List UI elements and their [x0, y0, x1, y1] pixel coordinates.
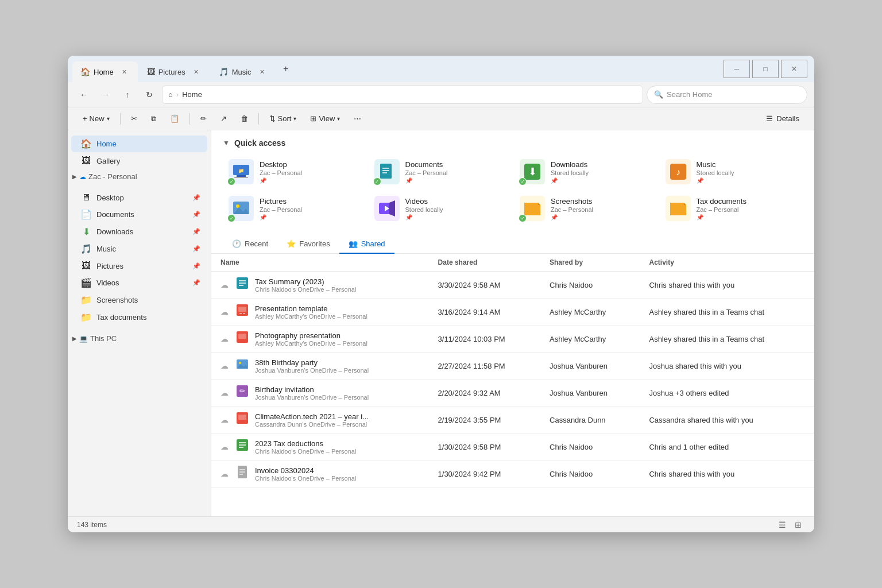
- minimize-button[interactable]: ─: [724, 60, 750, 78]
- sidebar-item-documents[interactable]: 📄 Documents 📌: [71, 206, 207, 223]
- file-name: Tax Summary (2023): [255, 277, 356, 286]
- col-name[interactable]: Name: [211, 254, 429, 272]
- file-type-icon: [234, 357, 250, 374]
- table-row[interactable]: ☁ ✏ Birthday invitation Joshua Vanburen'…: [211, 380, 814, 407]
- table-row[interactable]: ☁ Invoice 03302024 Chris Naidoo's OneDri…: [211, 461, 814, 488]
- sidebar-item-screenshots[interactable]: 📁 Screenshots: [71, 292, 207, 308]
- sidebar-group-this-pc[interactable]: ▶ 💻 This PC: [68, 332, 211, 345]
- address-separator: ›: [176, 90, 179, 99]
- refresh-button[interactable]: ↻: [140, 86, 158, 104]
- search-bar[interactable]: 🔍 Search Home: [647, 86, 807, 104]
- table-row[interactable]: ☁ 38th Birthday party Joshua Vanburen's …: [211, 353, 814, 380]
- qa-item-downloads[interactable]: ⬇ ✓ Downloads Stored locally 📌: [514, 154, 657, 189]
- sidebar-item-videos[interactable]: 🎬 Videos 📌: [71, 274, 207, 291]
- pin-icon-dl: 📌: [192, 228, 200, 235]
- sidebar-item-home[interactable]: 🏠 Home: [71, 136, 207, 152]
- date-shared: 2/20/2024 9:32 AM: [429, 380, 540, 407]
- qa-item-music[interactable]: ♪ Music Stored locally 📌: [660, 154, 803, 189]
- sidebar-item-pictures[interactable]: 🖼 Pictures 📌: [71, 258, 207, 274]
- shared-by: Ashley McCarthy: [540, 299, 640, 326]
- qa-item-pictures[interactable]: ✓ Pictures Zac – Personal 📌: [223, 191, 366, 226]
- tab-favorites[interactable]: ⭐ Favorites: [277, 235, 339, 254]
- downloads-icon: ⬇: [80, 226, 92, 237]
- share-icon: ↗: [220, 114, 227, 123]
- share-button[interactable]: ↗: [215, 112, 233, 125]
- maximize-button[interactable]: □: [752, 60, 779, 78]
- address-bar[interactable]: ⌂ › Home: [162, 86, 643, 104]
- section-tabs: 🕐 Recent ⭐ Favorites 👥 Shared: [211, 235, 814, 254]
- sidebar-group-zac[interactable]: ▶ ☁ Zac - Personal: [68, 170, 211, 183]
- new-tab-button[interactable]: +: [277, 60, 295, 78]
- paste-button[interactable]: 📋: [164, 112, 185, 125]
- tab-home[interactable]: 🏠 Home ✕: [72, 61, 138, 82]
- new-button[interactable]: + New ▾: [77, 112, 115, 125]
- sidebar-item-downloads[interactable]: ⬇ Downloads 📌: [71, 223, 207, 240]
- sidebar-item-music[interactable]: 🎵 Music 📌: [71, 241, 207, 257]
- sidebar-pictures-label: Pictures: [96, 262, 188, 270]
- qa-documents-name: Documents: [405, 160, 506, 169]
- file-name: Birthday invitation: [255, 385, 369, 394]
- cut-button[interactable]: ✂: [125, 112, 143, 125]
- view-button[interactable]: ⊞ View ▾: [304, 112, 346, 125]
- table-row[interactable]: ☁ 2023 Tax deductions Chris Naidoo's One…: [211, 434, 814, 461]
- qa-item-desktop[interactable]: 📁 ✓ Desktop Zac – Personal 📌: [223, 154, 366, 189]
- delete-icon: 🗑: [241, 114, 248, 123]
- sidebar-item-gallery[interactable]: 🖼 Gallery: [71, 153, 207, 169]
- tab-music-close[interactable]: ✕: [257, 67, 268, 77]
- up-button[interactable]: ↑: [118, 86, 137, 104]
- documents-icon: 📄: [80, 209, 92, 220]
- activity: Joshua shared this with you: [640, 353, 814, 380]
- tab-pictures-close[interactable]: ✕: [191, 67, 202, 77]
- qa-downloads-sub: Stored locally: [551, 169, 652, 176]
- tab-pictures[interactable]: 🖼 Pictures ✕: [139, 61, 210, 82]
- address-current: Home: [182, 90, 202, 99]
- tabs-nav: 🕐 Recent ⭐ Favorites 👥 Shared: [223, 235, 803, 253]
- paste-icon: 📋: [170, 114, 179, 123]
- tab-shared[interactable]: 👥 Shared: [339, 235, 394, 254]
- qa-item-videos[interactable]: Videos Stored locally 📌: [369, 191, 512, 226]
- list-view-button[interactable]: ☰: [775, 518, 789, 532]
- copy-button[interactable]: ⧉: [145, 112, 162, 126]
- table-row[interactable]: ☁ ClimateAction.tech 2021 – year i... Ca…: [211, 407, 814, 434]
- sort-button[interactable]: ⇅ Sort ▾: [264, 112, 303, 125]
- date-shared: 1/30/2024 9:58 PM: [429, 434, 540, 461]
- svg-rect-5: [380, 164, 392, 179]
- qa-item-screenshots[interactable]: ✓ Screenshots Zac – Personal 📌: [514, 191, 657, 226]
- tab-home-close[interactable]: ✕: [119, 67, 130, 77]
- qa-item-tax-documents[interactable]: Tax documents Zac – Personal 📌: [660, 191, 803, 226]
- qa-videos-sub: Stored locally: [405, 206, 506, 213]
- sidebar-item-desktop[interactable]: 🖥 Desktop 📌: [71, 189, 207, 206]
- rename-button[interactable]: ✏: [195, 112, 212, 125]
- search-icon: 🔍: [654, 90, 663, 99]
- more-button[interactable]: ⋯: [348, 112, 367, 125]
- tab-recent[interactable]: 🕐 Recent: [223, 235, 277, 254]
- sidebar-videos-label: Videos: [96, 278, 188, 287]
- separator-2: [189, 113, 190, 125]
- table-row[interactable]: ☁ Photography presentation Ashley McCart…: [211, 326, 814, 353]
- back-button[interactable]: ←: [75, 86, 93, 104]
- forward-button[interactable]: →: [96, 86, 115, 104]
- tab-music-label: Music: [232, 68, 252, 76]
- svg-rect-30: [243, 313, 245, 314]
- activity: Joshua +3 others edited: [640, 380, 814, 407]
- file-source: Chris Naidoo's OneDrive – Personal: [255, 286, 356, 293]
- sync-check-documents: ✓: [373, 177, 381, 185]
- details-button[interactable]: ☰ Details: [760, 112, 805, 125]
- col-activity[interactable]: Activity: [640, 254, 814, 272]
- delete-button[interactable]: 🗑: [235, 112, 254, 125]
- close-button[interactable]: ✕: [781, 60, 807, 78]
- cloud-sync-icon: ☁: [220, 442, 230, 451]
- gallery-icon: 🖼: [80, 156, 92, 166]
- star-icon: ⭐: [287, 239, 296, 248]
- quick-access-header[interactable]: ▼ Quick access: [211, 130, 814, 152]
- tab-music[interactable]: 🎵 Music ✕: [211, 61, 276, 82]
- sidebar: 🏠 Home 🖼 Gallery ▶ ☁ Zac - Personal 🖥 De…: [68, 130, 211, 516]
- qa-documents-sub: Zac – Personal: [405, 169, 506, 176]
- table-row[interactable]: ☁ Presentation template Ashley McCarthy'…: [211, 299, 814, 326]
- sidebar-item-tax-documents[interactable]: 📁 Tax documents: [71, 309, 207, 326]
- table-row[interactable]: ☁ Tax Summary (2023) Chris Naidoo's OneD…: [211, 272, 814, 299]
- col-shared-by[interactable]: Shared by: [540, 254, 640, 272]
- qa-item-documents[interactable]: ✓ Documents Zac – Personal 📌: [369, 154, 512, 189]
- grid-view-button[interactable]: ⊞: [791, 518, 805, 532]
- col-date[interactable]: Date shared: [429, 254, 540, 272]
